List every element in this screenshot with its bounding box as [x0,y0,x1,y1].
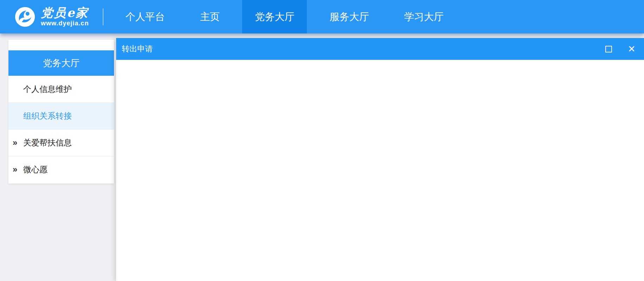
top-navbar: 党员e家 www.dyejia.cn 个人平台 主页 党务大厅 服务大厅 学习大… [0,0,644,33]
sidebar-header: 党务大厅 [8,50,114,76]
sidebar-item-label: 关爱帮扶信息 [23,137,72,148]
window-controls: ✕ [604,44,644,54]
maximize-icon [605,46,612,52]
sidebar-item-micro-wish[interactable]: » 微心愿 [8,156,114,183]
sidebar-item-org-transfer[interactable]: 组织关系转接 [8,102,114,129]
chevron-right-icon: » [13,164,17,174]
sidebar-item-label: 个人信息维护 [23,84,72,95]
nav-item-service-hall[interactable]: 服务大厅 [317,0,381,33]
maximize-button[interactable] [604,44,613,54]
nav-item-party-hall[interactable]: 党务大厅 [242,0,307,33]
close-button[interactable]: ✕ [627,44,636,54]
nav-item-home[interactable]: 主页 [187,0,232,33]
close-icon: ✕ [628,44,636,54]
panel-titlebar: 转出申请 ✕ [116,38,644,60]
nav-divider [103,8,103,25]
chevron-right-icon: » [13,137,17,147]
transfer-out-panel: 转出申请 ✕ [116,38,644,281]
sidebar-item-personal-info[interactable]: 个人信息维护 [8,76,114,102]
nav-item-personal-platform[interactable]: 个人平台 [113,0,177,33]
sidebar: 党务大厅 个人信息维护 组织关系转接 » 关爱帮扶信息 » 微心愿 [8,40,114,183]
panel-title: 转出申请 [122,44,153,54]
sidebar-item-care-support[interactable]: » 关爱帮扶信息 [8,129,114,156]
logo[interactable]: 党员e家 www.dyejia.cn [15,6,89,27]
sidebar-item-label: 组织关系转接 [23,111,72,121]
logo-url: www.dyejia.cn [41,20,89,27]
nav-item-study-hall[interactable]: 学习大厅 [391,0,456,33]
logo-icon [15,7,35,27]
logo-text: 党员e家 www.dyejia.cn [41,6,89,27]
sidebar-item-label: 微心愿 [23,164,48,175]
logo-title: 党员e家 [41,6,89,19]
app-window: 党员e家 www.dyejia.cn 个人平台 主页 党务大厅 服务大厅 学习大… [0,0,644,281]
